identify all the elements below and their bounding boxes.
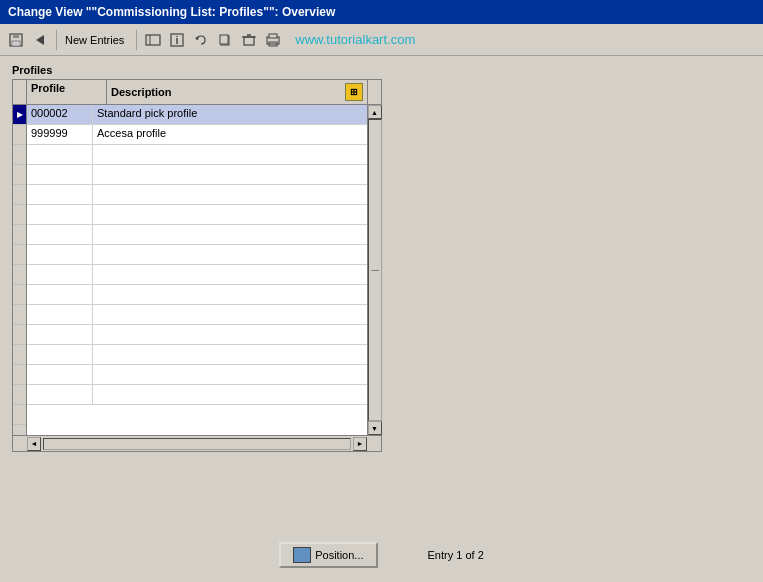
cell-profile: 999999 [27,125,93,144]
row-indicator-13 [13,365,26,385]
table-row[interactable] [27,385,367,405]
row-indicator-12 [13,345,26,365]
row-indicator-6 [13,225,26,245]
row-indicator-10 [13,305,26,325]
svg-rect-2 [12,41,20,46]
scroll-left-button[interactable]: ◄ [27,437,41,451]
table-row[interactable] [27,245,367,265]
row-indicator-5 [13,205,26,225]
position-icon [293,547,311,563]
row-indicator-2 [13,145,26,165]
col-desc-header: Description ⊞ [107,80,367,104]
profiles-table-outer: Profile Description ⊞ [12,79,751,452]
watermark: www.tutorialkart.com [295,32,415,47]
window-title: Change View ""Commissioning List: Profil… [8,5,335,19]
svg-rect-12 [244,37,254,45]
svg-rect-16 [269,34,277,38]
table-row[interactable] [27,285,367,305]
separator-1 [56,30,57,50]
copy-icon[interactable] [215,30,235,50]
hscroll-track[interactable] [43,438,351,450]
table-body: 000002 Standard pick profile 999999 Acce… [13,105,381,435]
entry-info: Entry 1 of 2 [428,549,484,561]
cell-desc: Standard pick profile [93,105,367,124]
undo-icon[interactable] [191,30,211,50]
row-indicator-15 [13,405,26,425]
scroll-divider [371,270,379,271]
col-profile-header: Profile [27,80,107,104]
svg-rect-11 [220,35,228,44]
separator-2 [136,30,137,50]
horizontal-scrollbar[interactable]: ◄ ► [13,435,381,451]
info-icon[interactable] [167,30,187,50]
header-indicator [13,80,27,104]
row-indicator-0 [13,105,26,125]
table-row[interactable] [27,145,367,165]
save-icon[interactable] [6,30,26,50]
back-icon[interactable] [30,30,50,50]
print-icon[interactable] [263,30,283,50]
toolbar: New Entries www.tutorialkart.com [0,24,763,56]
position-label: Position... [315,549,363,561]
table-row[interactable] [27,205,367,225]
cell-profile: 000002 [27,105,93,124]
table-row[interactable] [27,345,367,365]
title-bar: Change View ""Commissioning List: Profil… [0,0,763,24]
table-row[interactable] [27,305,367,325]
table-row[interactable] [27,365,367,385]
cell-desc: Accesa profile [93,125,367,144]
table-header: Profile Description ⊞ [13,80,381,105]
table-row[interactable] [27,265,367,285]
profiles-table: Profile Description ⊞ [12,79,382,452]
table-row[interactable] [27,165,367,185]
table-row[interactable] [27,225,367,245]
row-indicator-1 [13,125,26,145]
header-scrollbar-spacer [367,80,381,104]
table-row[interactable]: 000002 Standard pick profile [27,105,367,125]
row-indicator-11 [13,325,26,345]
section-label: Profiles [12,64,751,76]
column-settings-icon[interactable]: ⊞ [345,83,363,101]
detail-icon[interactable] [143,30,163,50]
row-indicator-14 [13,385,26,405]
row-indicator-9 [13,285,26,305]
position-button[interactable]: Position... [279,542,377,568]
row-indicator-4 [13,185,26,205]
scroll-down-button[interactable]: ▼ [368,421,382,435]
row-indicator-8 [13,265,26,285]
table-row[interactable]: 999999 Accesa profile [27,125,367,145]
scroll-up-button[interactable]: ▲ [368,105,382,119]
svg-marker-3 [36,35,44,45]
svg-rect-4 [146,35,160,45]
bottom-bar: Position... Entry 1 of 2 [0,542,763,568]
table-row[interactable] [27,185,367,205]
row-indicators [13,105,27,435]
row-indicator-3 [13,165,26,185]
delete-icon[interactable] [239,30,259,50]
scroll-right-button[interactable]: ► [353,437,367,451]
table-rows: 000002 Standard pick profile 999999 Acce… [27,105,367,435]
new-entries-button[interactable]: New Entries [65,34,124,46]
vertical-scrollbar[interactable]: ▲ ▼ [367,105,381,435]
table-row[interactable] [27,325,367,345]
svg-rect-1 [13,34,19,38]
main-content: Profiles Profile Description ⊞ [0,56,763,460]
row-indicator-7 [13,245,26,265]
svg-point-8 [176,35,178,37]
scroll-track[interactable] [368,119,382,421]
